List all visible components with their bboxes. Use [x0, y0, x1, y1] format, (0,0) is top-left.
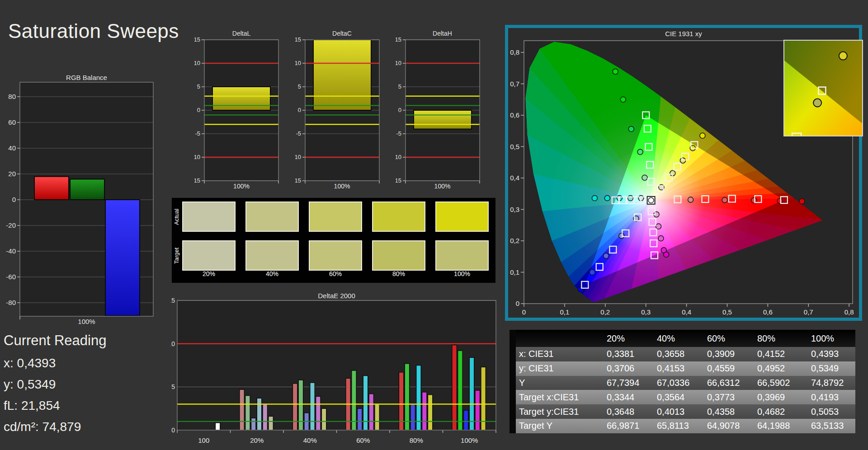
deltae-bar [310, 383, 315, 430]
measured-point-green [620, 97, 626, 102]
y-tick-label: 20 [8, 170, 16, 178]
table-cell: 67,0336 [656, 376, 706, 390]
x-group-label: 40% [303, 436, 317, 444]
current-reading-x: x: 0,4393 [4, 356, 56, 370]
y-tick-label: 40 [8, 144, 16, 152]
table-cell: 0,4358 [706, 404, 756, 419]
swatch-row-label-actual: Actual [173, 202, 180, 232]
deltae-bar [375, 404, 380, 430]
table-row-label: x: CIE31 [516, 347, 605, 361]
y-tick-label: 0 [171, 427, 175, 434]
y-tick-label: 0 [398, 107, 401, 113]
delta-c-chart[interactable]: 151050-5-10-15 [295, 25, 386, 197]
y-tick-label: 10 [171, 340, 175, 347]
x-group-label: 20% [250, 436, 264, 444]
y-tick-label: 5 [197, 83, 200, 90]
swatch-panel[interactable]: ActualTarget20%40%60%80%100% [172, 198, 495, 283]
deltae-bar [292, 384, 297, 430]
y-tick-label: 0,7 [510, 80, 519, 88]
swatch-actual-20% [182, 202, 236, 232]
table-corner [516, 330, 605, 347]
x-group-label: 60% [356, 436, 370, 444]
delta-h-chart[interactable]: 151050-5-10-15 [396, 25, 486, 197]
delta-bar [414, 110, 472, 129]
delta-c-xlabel: 100% [305, 183, 379, 190]
y-tick-label: 15 [295, 36, 301, 43]
table-cell: 0,4559 [706, 361, 756, 376]
table-header-100%: 100% [810, 330, 855, 347]
x-group-label: 80% [410, 436, 423, 444]
y-tick-label: 5 [298, 83, 301, 90]
calibration-report-screen: Saturation Sweeps RGB Balance 806040200-… [0, 0, 868, 450]
table-row-strip [509, 361, 516, 376]
delta-e-chart[interactable]: 05101510020%40%60%80%100% [171, 289, 499, 450]
swatch-target-80% [372, 240, 425, 271]
x-tick-label: 0,4 [682, 308, 691, 316]
measured-point-green [642, 175, 647, 180]
table-cell: 0,5349 [810, 361, 855, 376]
measured-point-blue [578, 287, 583, 292]
inset-measured-circle [813, 99, 821, 107]
y-tick-label: -5 [396, 130, 401, 137]
table-row-label: Y [516, 376, 605, 390]
deltae-bar [416, 366, 421, 431]
deltae-bar [316, 396, 321, 430]
page-title: Saturation Sweeps [8, 20, 179, 42]
y-tick-label: -5 [195, 130, 200, 137]
deltae-bar [257, 398, 262, 430]
table-cell: 0,3706 [605, 361, 656, 376]
table-cell: 65,8113 [656, 419, 706, 433]
measured-point-magenta [658, 235, 664, 241]
y-tick-label: -10 [396, 154, 401, 160]
current-reading-fl: fL: 21,854 [4, 398, 60, 413]
deltae-bar [363, 375, 368, 430]
table-cell: 0,5053 [810, 404, 855, 419]
table-header-40%: 40% [656, 330, 706, 347]
swatch-column-label: 60% [309, 270, 362, 277]
deltae-bar [245, 395, 250, 430]
x-group-label: 100 [198, 436, 209, 444]
cie-panel[interactable]: CIE 1931 xy 00,10,20,30,40,50,60,70,800,… [505, 25, 862, 321]
measured-point-blue [619, 233, 624, 239]
y-tick-label: 10 [295, 60, 301, 66]
table-cell: 64,1988 [756, 419, 810, 433]
x-tick-label: 0 [522, 308, 526, 316]
table-cell: 67,7394 [605, 376, 656, 390]
x-tick-label: 0,7 [804, 308, 813, 316]
rgb-bar-blue [105, 200, 140, 316]
rgb-balance-chart[interactable]: 806040200-20-40-60-80 [0, 71, 157, 333]
swatch-actual-40% [245, 202, 299, 232]
y-tick-label: -15 [396, 177, 401, 184]
x-tick-label: 0,2 [600, 308, 610, 316]
table-row-strip [509, 376, 516, 390]
deltae-bar [452, 345, 457, 430]
table-cell: 0,4153 [656, 361, 706, 376]
y-tick-label: 0,3 [510, 206, 519, 213]
table-cell: 0,3381 [605, 347, 656, 361]
table-cell: 0,4952 [756, 361, 810, 376]
measured-point-green [637, 149, 643, 155]
y-tick-label: 5 [171, 383, 175, 390]
table-row-strip [509, 347, 516, 361]
delta-l-chart[interactable]: 151050-5-10-15 [194, 25, 285, 197]
swatch-target-60% [309, 240, 362, 271]
delta-bar [212, 87, 270, 110]
table-row-strip [509, 390, 516, 404]
deltae-bar [298, 380, 303, 430]
current-reading-heading: Current Reading [4, 333, 106, 349]
deltae-bar [357, 408, 362, 430]
y-tick-label: 0,4 [510, 174, 519, 182]
current-reading-cdm2: cd/m²: 74,879 [4, 420, 81, 434]
y-tick-label: 60 [8, 118, 16, 126]
table-cell: 0,3564 [656, 390, 706, 404]
y-tick-label: -10 [194, 154, 200, 160]
y-tick-label: 0,5 [510, 143, 519, 150]
cie-inset-magnifier [783, 40, 863, 136]
table-cell: 66,6312 [706, 376, 756, 390]
y-tick-label: 0,6 [510, 111, 519, 119]
deltae-bar [410, 404, 415, 430]
deltae-bar [458, 351, 463, 430]
swatch-column-label: 40% [245, 270, 299, 277]
table-cell: 0,4013 [656, 404, 706, 419]
deltae-bar [469, 357, 474, 430]
